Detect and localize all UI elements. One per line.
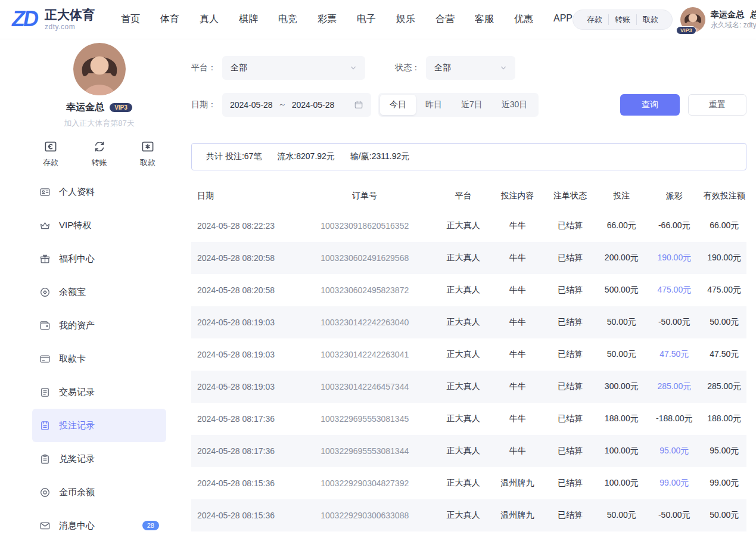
sidebar-item-yuebao[interactable]: 余额宝	[32, 275, 166, 309]
sidebar-item-card[interactable]: 取款卡	[32, 342, 166, 375]
user-meta: 幸运金总总 永久域名: zdty	[711, 9, 756, 30]
nav-item-slots[interactable]: 电子	[357, 13, 376, 26]
sidebar-item-profile[interactable]: 个人资料	[32, 175, 166, 209]
cell-bet: 188.00元	[596, 403, 646, 435]
search-button[interactable]: 查询	[620, 94, 680, 116]
nav-item-entertainment[interactable]: 娱乐	[396, 13, 415, 26]
cell-status: 已结算	[544, 274, 597, 306]
wallet-action-withdraw[interactable]: 取款	[636, 14, 664, 25]
sidebar-item-vip[interactable]: VIP特权	[32, 209, 166, 242]
bet-records-table: 日期订单号平台投注内容注单状态投注派彩有效投注额 2024-05-28 08:2…	[191, 182, 746, 531]
cell-valid: 475.00元	[702, 274, 746, 306]
cell-content: 牛牛	[491, 338, 544, 371]
cell-bet: 50.00元	[596, 306, 646, 338]
brand-logo[interactable]: ZD 正大体育 zdty.com	[12, 8, 95, 30]
cell-payout: 475.00元	[646, 274, 702, 306]
wallet-action-deposit[interactable]: 存款	[581, 14, 608, 25]
table-row: 2024-05-28 08:19:031003230142246457344正大…	[191, 371, 746, 403]
quick-action-withdraw[interactable]: 取款	[140, 139, 155, 168]
truncated-label: 总	[750, 10, 756, 19]
sidebar-item-messages[interactable]: 消息中心28	[32, 509, 166, 542]
platform-select[interactable]: 全部	[222, 56, 365, 80]
sidebar-item-label: 福利中心	[59, 253, 95, 265]
sidebar-quick-actions: 存款转账取款	[38, 139, 160, 168]
transaction-list-icon	[39, 387, 51, 398]
cell-platform: 正大真人	[435, 274, 491, 306]
cell-platform: 正大真人	[435, 338, 491, 371]
status-filter-label: 状态：	[395, 63, 420, 73]
cell-platform: 正大真人	[435, 403, 491, 435]
cell-payout: 95.00元	[646, 435, 702, 467]
calendar-icon	[354, 100, 363, 110]
sidebar-item-label: 消息中心	[59, 520, 95, 531]
wallet-action-transfer[interactable]: 转账	[608, 14, 636, 25]
nav-item-live[interactable]: 真人	[200, 13, 219, 26]
nav-item-esports[interactable]: 电竞	[278, 13, 297, 26]
profile-avatar[interactable]	[73, 43, 126, 95]
sidebar-item-label: 金币余额	[59, 487, 95, 498]
date-from-value: 2024-05-28	[230, 100, 273, 110]
quick-action-deposit[interactable]: 存款	[43, 139, 58, 168]
col-header-5: 投注	[596, 182, 646, 210]
cell-date: 2024-05-28 08:19:03	[191, 306, 294, 338]
user-block[interactable]: VIP3 幸运金总总 永久域名: zdty	[680, 7, 756, 32]
profile-name-row: 幸运金总 VIP3	[38, 101, 160, 114]
reset-button[interactable]: 重置	[688, 94, 746, 116]
nav-item-app[interactable]: APP	[553, 13, 573, 26]
brand-domain: zdty.com	[45, 23, 95, 31]
date-separator: ～	[278, 100, 287, 110]
sidebar-item-label: VIP特权	[59, 220, 91, 231]
status-select[interactable]: 全部	[426, 56, 515, 80]
cell-date: 2024-05-28 08:22:23	[191, 210, 294, 242]
table-row: 2024-05-28 08:17:361003229695553081345正大…	[191, 403, 746, 435]
cell-order: 1003230142242263040	[294, 306, 435, 338]
nav-item-service[interactable]: 客服	[475, 13, 494, 26]
nav-item-partnership[interactable]: 合营	[435, 13, 455, 26]
cell-payout: -188.00元	[646, 403, 702, 435]
col-header-6: 派彩	[646, 182, 702, 210]
quick-date-yesterday[interactable]: 昨日	[416, 95, 452, 115]
sidebar: 幸运金总 VIP3 加入正大体育第87天 存款转账取款 个人资料VIP特权福利中…	[0, 39, 182, 544]
date-range-input[interactable]: 2024-05-28 ～ 2024-05-28	[222, 93, 371, 117]
cell-platform: 正大真人	[435, 371, 491, 403]
cell-platform: 正大真人	[435, 435, 491, 467]
sidebar-item-assets[interactable]: 我的资产	[32, 309, 166, 342]
sidebar-item-label: 交易记录	[59, 387, 95, 398]
nav-item-lottery[interactable]: 彩票	[318, 13, 337, 26]
cell-payout: -50.00元	[646, 499, 702, 531]
quick-date-last30[interactable]: 近30日	[492, 95, 537, 115]
table-row: 2024-05-28 08:17:361003229695553081344正大…	[191, 435, 746, 467]
cell-status: 已结算	[544, 242, 597, 274]
summary-winloss: 输/赢:2311.92元	[350, 151, 409, 162]
status-select-value: 全部	[434, 63, 451, 73]
nav-item-chess[interactable]: 棋牌	[239, 13, 258, 26]
cell-content: 牛牛	[491, 371, 544, 403]
col-header-4: 注单状态	[544, 182, 597, 210]
cell-bet: 100.00元	[596, 467, 646, 499]
nav-item-home[interactable]: 首页	[121, 13, 140, 26]
table-row: 2024-05-28 08:15:361003229290300633088正大…	[191, 499, 746, 531]
wallet-pill-group: 存款转账取款	[573, 10, 673, 30]
cell-bet: 50.00元	[596, 338, 646, 371]
cell-bet: 200.00元	[596, 242, 646, 274]
sidebar-item-redeem[interactable]: 兑奖记录	[32, 442, 166, 475]
chevron-down-icon	[500, 64, 507, 72]
cell-date: 2024-05-28 08:15:36	[191, 467, 294, 499]
quick-date-today[interactable]: 今日	[380, 95, 416, 115]
sidebar-item-transactions[interactable]: 交易记录	[32, 375, 166, 409]
quick-date-last7[interactable]: 近7日	[452, 95, 492, 115]
sidebar-item-label: 个人资料	[59, 186, 95, 198]
cell-valid: 190.00元	[702, 242, 746, 274]
quick-action-transfer[interactable]: 转账	[92, 139, 107, 168]
nav-item-sports[interactable]: 体育	[160, 13, 179, 26]
cell-bet: 100.00元	[596, 435, 646, 467]
table-body: 2024-05-28 08:22:231003230918620516352正大…	[191, 210, 746, 531]
sidebar-item-welfare[interactable]: 福利中心	[32, 242, 166, 275]
cell-content: 温州牌九	[491, 499, 544, 531]
sidebar-item-coins[interactable]: 金币余额	[32, 475, 166, 509]
nav-item-promo[interactable]: 优惠	[514, 13, 533, 26]
sidebar-item-bets[interactable]: 投注记录	[32, 409, 166, 442]
sidebar-item-label: 投注记录	[59, 420, 95, 431]
cell-order: 1003229290300633088	[294, 499, 435, 531]
cell-content: 牛牛	[491, 242, 544, 274]
